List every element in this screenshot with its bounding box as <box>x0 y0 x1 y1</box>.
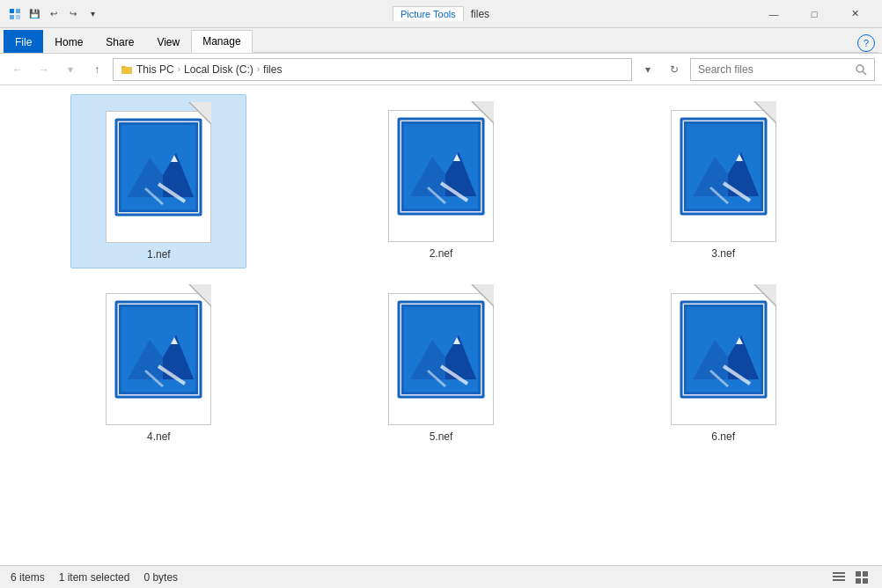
breadcrumb-files: files <box>263 63 282 76</box>
svg-point-5 <box>856 65 864 72</box>
image-icon-4 <box>114 300 202 399</box>
picture-tools-tab: Picture Tools <box>393 6 464 21</box>
file-icon-2 <box>384 101 498 242</box>
dropdown-address-button[interactable]: ▾ <box>637 59 658 80</box>
file-item-6[interactable]: 6.nef <box>636 277 812 450</box>
window-controls: — □ ✕ <box>753 0 875 28</box>
image-icon-2 <box>397 117 485 216</box>
breadcrumb-local-disk[interactable]: Local Disk (C:) <box>184 63 254 76</box>
ribbon-help-icon[interactable]: ? <box>857 34 875 52</box>
dropdown-qat-icon[interactable]: ▾ <box>85 6 100 22</box>
quick-access-icon[interactable]: 💾 <box>26 6 42 22</box>
file-icon-5 <box>384 284 498 425</box>
svg-rect-59 <box>863 571 868 577</box>
details-view-button[interactable] <box>829 568 849 587</box>
search-box[interactable] <box>690 58 875 81</box>
view-controls <box>829 568 871 587</box>
selected-size: 0 bytes <box>143 571 178 584</box>
title-bar: 💾 ↩ ↪ ▾ Picture Tools files — □ ✕ <box>0 0 882 28</box>
svg-line-6 <box>863 71 866 75</box>
file-grid: 1.nef <box>18 94 864 450</box>
image-icon-6 <box>680 300 768 399</box>
status-info: 6 items 1 item selected 0 bytes <box>11 571 178 584</box>
dropdown-nav-button[interactable]: ▾ <box>60 59 81 80</box>
title-bar-left: 💾 ↩ ↪ ▾ <box>7 6 100 22</box>
file-name-1: 1.nef <box>147 248 171 261</box>
svg-rect-1 <box>16 9 20 13</box>
title-center: Picture Tools files <box>393 6 489 21</box>
refresh-button[interactable]: ↻ <box>664 59 685 80</box>
file-name-2: 2.nef <box>430 247 453 260</box>
file-name-6: 6.nef <box>711 430 735 443</box>
image-icon-3 <box>680 117 768 216</box>
svg-rect-2 <box>10 15 14 19</box>
svg-rect-58 <box>856 571 861 577</box>
svg-rect-60 <box>856 578 861 584</box>
svg-rect-4 <box>121 67 132 74</box>
status-bar: 6 items 1 item selected 0 bytes <box>0 565 882 588</box>
maximize-button[interactable]: □ <box>794 0 834 28</box>
window-icon <box>7 6 23 22</box>
item-count: 6 items <box>11 571 45 584</box>
svg-rect-0 <box>10 9 14 13</box>
tab-share[interactable]: Share <box>94 30 145 53</box>
minimize-button[interactable]: — <box>753 0 794 28</box>
tab-home[interactable]: Home <box>43 30 94 53</box>
file-icon-4 <box>101 284 216 425</box>
file-item-5[interactable]: 5.nef <box>353 277 529 450</box>
window-title: files <box>471 8 489 20</box>
file-icon-6 <box>666 284 781 425</box>
back-button[interactable]: ← <box>7 59 28 80</box>
file-item-1[interactable]: 1.nef <box>70 94 246 268</box>
forward-button[interactable]: → <box>33 59 55 80</box>
file-icon-3 <box>666 101 781 242</box>
tab-manage[interactable]: Manage <box>191 30 252 53</box>
tab-view[interactable]: View <box>145 30 191 53</box>
search-icon <box>855 63 867 76</box>
ribbon: File Home Share View Manage ? <box>0 28 882 54</box>
breadcrumb-this-pc[interactable]: This PC <box>136 63 174 76</box>
undo-icon[interactable]: ↩ <box>46 6 62 22</box>
file-item-2[interactable]: 2.nef <box>353 94 529 267</box>
large-icons-view-button[interactable] <box>852 568 871 587</box>
file-item-4[interactable]: 4.nef <box>70 277 246 450</box>
path-folder-icon <box>121 63 133 76</box>
tab-file[interactable]: File <box>4 30 43 53</box>
selected-count: 1 item selected <box>59 571 130 584</box>
svg-rect-3 <box>16 15 20 19</box>
file-name-3: 3.nef <box>711 247 735 260</box>
search-input[interactable] <box>698 63 851 76</box>
up-button[interactable]: ↑ <box>86 59 107 80</box>
file-icon-1 <box>101 102 216 243</box>
file-area: 1.nef <box>0 85 882 565</box>
address-path[interactable]: This PC › Local Disk (C:) › files <box>113 58 632 81</box>
content-area: 1.nef <box>0 85 882 565</box>
breadcrumb-sep-1: › <box>178 64 180 74</box>
svg-rect-55 <box>833 572 845 574</box>
image-icon-1 <box>114 118 202 217</box>
svg-rect-57 <box>833 579 845 581</box>
ribbon-tabs: File Home Share View Manage ? <box>0 28 882 53</box>
close-button[interactable]: ✕ <box>834 0 875 28</box>
breadcrumb-sep-2: › <box>257 64 260 74</box>
address-bar: ← → ▾ ↑ This PC › Local Disk (C:) › file… <box>0 54 882 85</box>
file-name-4: 4.nef <box>147 430 171 443</box>
redo-icon[interactable]: ↪ <box>65 6 81 22</box>
image-icon-5 <box>397 300 485 399</box>
file-name-5: 5.nef <box>430 430 453 443</box>
svg-rect-61 <box>863 578 868 584</box>
svg-rect-56 <box>833 576 845 577</box>
file-item-3[interactable]: 3.nef <box>636 94 812 267</box>
